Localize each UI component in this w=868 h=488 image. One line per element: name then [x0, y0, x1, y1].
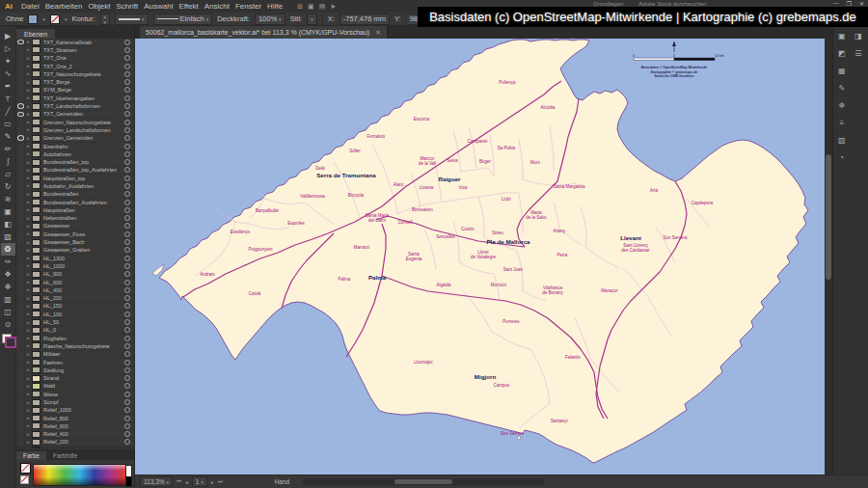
target-circle-icon[interactable]: [124, 287, 130, 293]
layer-name[interactable]: HL_50: [43, 319, 124, 325]
artboard-canvas[interactable]: Serra de TramuntanaRaiguerPla de Mallorc…: [135, 39, 825, 474]
visibility-eye-icon[interactable]: [16, 303, 25, 310]
maximize-icon[interactable]: ❐: [847, 0, 852, 7]
expand-arrow-icon[interactable]: ▸: [25, 127, 32, 132]
layer-name[interactable]: Autobahnen: [43, 151, 124, 157]
opacity-value[interactable]: 100%▾: [255, 14, 285, 25]
visibility-eye-icon[interactable]: [16, 439, 25, 446]
target-circle-icon[interactable]: [124, 135, 130, 141]
layer-row[interactable]: ▸HL_1300: [16, 255, 134, 262]
visibility-eye-icon[interactable]: [16, 143, 25, 149]
target-circle-icon[interactable]: [124, 263, 130, 269]
visibility-eye-icon[interactable]: [16, 415, 25, 421]
width-profile-select[interactable]: ▾: [115, 14, 149, 25]
layer-name[interactable]: Nebenstraßen: [43, 215, 124, 221]
layer-name[interactable]: Bundesstraßen_Ausfahrten: [43, 200, 124, 205]
layer-row[interactable]: ▸HL_200: [16, 295, 134, 303]
menu-bar-icon[interactable]: ▣: [308, 3, 314, 10]
layer-row[interactable]: ▸Relief_600: [16, 422, 134, 430]
layer-name[interactable]: Militaer: [43, 351, 124, 357]
free-transform-tool[interactable]: ▣: [1, 205, 15, 218]
target-circle-icon[interactable]: [124, 191, 130, 197]
target-circle-icon[interactable]: [124, 95, 130, 101]
menu-objekt[interactable]: Objekt: [88, 2, 110, 11]
close-icon[interactable]: ✕: [859, 0, 864, 7]
layer-row[interactable]: ▸Wald: [16, 383, 134, 391]
artboard-tool[interactable]: ◫: [1, 306, 15, 318]
layer-row[interactable]: ▸TXT_Orte: [16, 55, 134, 63]
visibility-eye-icon[interactable]: [16, 374, 25, 381]
visibility-eye-icon[interactable]: [16, 182, 25, 189]
layer-row[interactable]: ▸Faehren: [16, 359, 134, 366]
brush-select[interactable]: Einfach▾: [153, 14, 213, 25]
layer-name[interactable]: HL_150: [43, 303, 124, 309]
menu-bearbeiten[interactable]: Bearbeiten: [45, 2, 83, 11]
layer-row[interactable]: ▸Relief_800: [16, 415, 134, 422]
expand-arrow-icon[interactable]: ▸: [25, 352, 32, 357]
visibility-eye-icon[interactable]: [16, 55, 25, 62]
layer-name[interactable]: Relief_200: [43, 439, 124, 445]
visibility-eye-icon[interactable]: [16, 447, 25, 447]
layer-row[interactable]: ▸Eisenbahn: [16, 143, 134, 150]
layer-name[interactable]: TXT_Gemeinden: [43, 111, 124, 117]
target-circle-icon[interactable]: [124, 64, 130, 69]
layer-name[interactable]: Gewaesser: [43, 223, 124, 229]
type-tool[interactable]: T: [1, 93, 15, 105]
pen-tool[interactable]: ✒: [1, 80, 15, 93]
expand-arrow-icon[interactable]: ▸: [25, 71, 32, 76]
blend-tool[interactable]: ❖: [1, 268, 15, 281]
target-circle-icon[interactable]: [124, 327, 130, 333]
target-circle-icon[interactable]: [124, 439, 130, 445]
last-artboard-button[interactable]: ⏭: [218, 478, 223, 485]
layer-name[interactable]: Flughafen: [43, 336, 124, 341]
target-circle-icon[interactable]: [124, 127, 130, 133]
layer-row[interactable]: ▸Bundesstraßen_top: [16, 158, 134, 166]
target-circle-icon[interactable]: [124, 247, 130, 253]
visibility-eye-icon[interactable]: [16, 335, 25, 341]
line-tool[interactable]: ╱: [1, 105, 15, 118]
layer-name[interactable]: HL_200: [43, 295, 124, 301]
expand-arrow-icon[interactable]: ▸: [25, 296, 32, 301]
visibility-eye-icon[interactable]: [16, 262, 25, 269]
visibility-eye-icon[interactable]: [16, 206, 25, 213]
target-circle-icon[interactable]: [124, 200, 130, 205]
layer-row[interactable]: ▸TXT_Strassen: [16, 46, 134, 54]
layer-name[interactable]: TXT_Strassen: [43, 47, 124, 53]
visibility-eye-icon[interactable]: [16, 191, 25, 198]
layer-row[interactable]: ▸TXT_Gemeinden: [16, 111, 134, 119]
expand-arrow-icon[interactable]: ▸: [25, 112, 32, 117]
layer-name[interactable]: HL_600: [43, 280, 124, 285]
layer-row[interactable]: ▸Strand: [16, 374, 134, 382]
first-artboard-button[interactable]: ⏮: [176, 478, 181, 485]
expand-arrow-icon[interactable]: ▸: [25, 40, 32, 44]
expand-arrow-icon[interactable]: ▸: [25, 336, 32, 340]
expand-arrow-icon[interactable]: ▸: [25, 384, 32, 389]
none-icon[interactable]: [20, 475, 29, 484]
visibility-eye-icon[interactable]: [16, 327, 25, 334]
layer-row[interactable]: ▸Siedlung: [16, 366, 134, 374]
target-circle-icon[interactable]: [124, 79, 130, 85]
layer-row[interactable]: ▸Bundesstraßen_top_Ausfahrten: [16, 167, 134, 175]
vertical-scrollbar[interactable]: [825, 39, 832, 474]
layer-name[interactable]: TXT_Kartenmaßstab: [43, 40, 124, 45]
layer-name[interactable]: Flaeche_Naturschutzgebiete: [43, 343, 124, 349]
expand-arrow-icon[interactable]: ▸: [25, 320, 32, 325]
color-spectrum[interactable]: [33, 464, 126, 486]
properties-icon[interactable]: ☰: [854, 49, 861, 58]
visibility-eye-icon[interactable]: [16, 126, 25, 133]
layer-row[interactable]: ▸HL_900: [16, 271, 134, 279]
tab-farbhilfe[interactable]: Farbhilfe: [46, 451, 84, 460]
visibility-eye-icon[interactable]: [16, 359, 25, 366]
layer-row[interactable]: ▸HL_600: [16, 279, 134, 286]
target-circle-icon[interactable]: [124, 176, 130, 181]
expand-arrow-icon[interactable]: ▸: [25, 240, 32, 245]
gradient-icon[interactable]: ▧: [838, 136, 846, 145]
expand-arrow-icon[interactable]: ▸: [25, 360, 32, 365]
visibility-eye-icon[interactable]: [16, 199, 25, 205]
layer-name[interactable]: TXT_Landschaftsformen: [43, 103, 124, 109]
layer-row[interactable]: ▸Gewaesser_Bach: [16, 238, 134, 246]
tab-ebenen[interactable]: Ebenen: [16, 29, 55, 39]
layer-row[interactable]: ▸SYM_Berge: [16, 87, 134, 95]
target-circle-icon[interactable]: [124, 151, 130, 157]
target-circle-icon[interactable]: [124, 159, 130, 165]
